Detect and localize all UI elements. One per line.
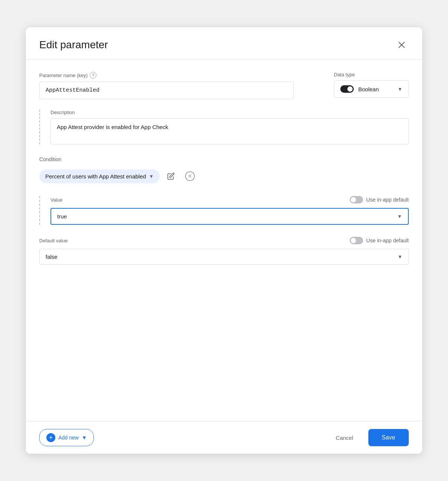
edit-condition-button[interactable] <box>164 169 178 183</box>
param-name-group: Parameter name (key) ? <box>39 72 325 99</box>
condition-section: Condition Percent of users with App Atte… <box>39 156 409 184</box>
add-new-label: Add new <box>58 435 79 441</box>
add-new-chevron-down-icon: ▼ <box>82 435 87 441</box>
default-value-label: Default value <box>39 238 68 243</box>
description-section: Description App Attest provider is enabl… <box>39 110 409 144</box>
default-value-selected: false <box>46 254 58 260</box>
value-use-default-label: Use in-app default <box>366 197 409 203</box>
condition-row: Percent of users with App Attest enabled… <box>39 168 409 184</box>
dialog-body: Parameter name (key) ? Data type Boolean… <box>26 60 422 421</box>
value-use-default-row: Use in-app default <box>350 196 409 203</box>
data-type-label: Data type <box>334 72 409 77</box>
condition-chip-chevron-down-icon: ▼ <box>149 174 154 179</box>
save-button[interactable]: Save <box>368 429 409 446</box>
remove-condition-button[interactable]: ✕ <box>182 168 198 184</box>
param-datatype-row: Parameter name (key) ? Data type Boolean… <box>39 72 409 99</box>
edit-parameter-dialog: Edit parameter Parameter name (key) ? Da… <box>26 27 422 454</box>
circle-x-icon: ✕ <box>185 171 195 181</box>
dialog-title: Edit parameter <box>39 39 108 51</box>
default-value-section: Default value Use in-app default false ▼ <box>39 237 409 265</box>
param-name-label: Parameter name (key) ? <box>39 72 325 79</box>
default-value-dropdown[interactable]: false ▼ <box>39 249 409 265</box>
value-chevron-down-icon: ▼ <box>397 214 402 219</box>
description-group: Description App Attest provider is enabl… <box>50 110 409 144</box>
dialog-header: Edit parameter <box>26 27 422 60</box>
value-section: Value Use in-app default true ▼ <box>39 196 409 225</box>
dialog-footer: + Add new ▼ Cancel Save <box>26 421 422 454</box>
data-type-chevron-down-icon: ▼ <box>398 86 402 92</box>
value-use-default-toggle[interactable] <box>350 196 363 203</box>
add-new-plus-icon: + <box>46 433 55 442</box>
default-use-default-toggle[interactable] <box>350 237 363 244</box>
value-label: Value <box>50 197 62 203</box>
default-use-default-row: Use in-app default <box>350 237 409 244</box>
data-type-group: Data type Boolean ▼ <box>334 72 409 98</box>
condition-chip[interactable]: Percent of users with App Attest enabled… <box>39 169 160 183</box>
value-header-row: Value Use in-app default <box>50 196 409 203</box>
param-name-input[interactable] <box>39 82 294 99</box>
footer-actions: Cancel Save <box>328 429 409 446</box>
add-new-button[interactable]: + Add new ▼ <box>39 429 94 446</box>
boolean-toggle-icon <box>340 85 354 93</box>
default-value-chevron-down-icon: ▼ <box>398 254 402 260</box>
help-icon[interactable]: ? <box>90 72 96 79</box>
data-type-value: Boolean <box>358 86 379 92</box>
data-type-select[interactable]: Boolean ▼ <box>334 80 409 98</box>
default-value-header: Default value Use in-app default <box>39 237 409 244</box>
value-dropdown[interactable]: true ▼ <box>50 208 409 225</box>
default-use-default-label: Use in-app default <box>366 238 409 243</box>
description-label: Description <box>50 110 409 115</box>
close-button[interactable] <box>395 38 409 52</box>
condition-label: Condition <box>39 156 409 162</box>
value-selected: true <box>57 213 67 220</box>
description-input[interactable]: App Attest provider is enabled for App C… <box>50 118 409 144</box>
cancel-button[interactable]: Cancel <box>328 430 361 445</box>
condition-chip-label: Percent of users with App Attest enabled <box>45 173 146 180</box>
